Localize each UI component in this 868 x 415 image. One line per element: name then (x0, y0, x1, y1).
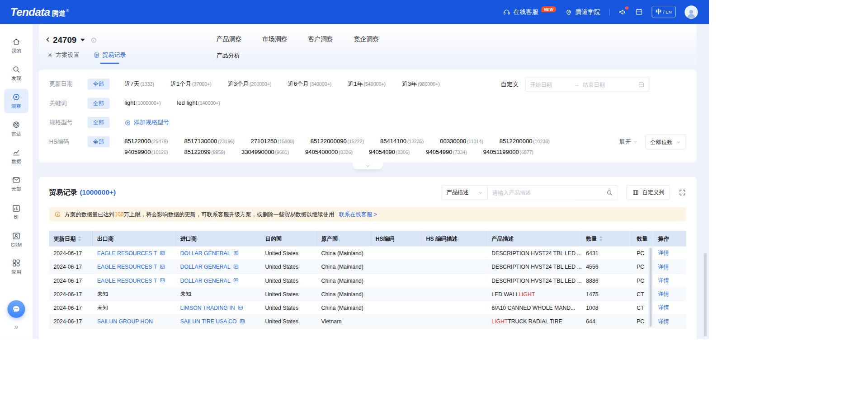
contact-service-link[interactable]: 联系在线客服 > (339, 211, 377, 218)
detail-link[interactable]: 详情 (658, 304, 670, 311)
company-profile-icon[interactable] (160, 277, 165, 283)
custom-columns-button[interactable]: 自定义列 (627, 185, 670, 200)
tab-product-analysis[interactable]: 产品分析 (217, 52, 240, 60)
hs-code-option[interactable]: 94059900(10120) (124, 149, 168, 156)
company-profile-icon[interactable] (160, 264, 165, 270)
hs-code-option[interactable]: 94054090(8306) (369, 149, 410, 156)
user-avatar[interactable] (684, 5, 698, 19)
company-profile-icon[interactable] (233, 250, 239, 256)
sort-icon[interactable] (78, 236, 81, 241)
date-range-picker[interactable]: → (525, 77, 649, 92)
exporter-link[interactable]: SAILUN GROUP HON (97, 318, 153, 324)
company-profile-icon[interactable] (233, 264, 239, 270)
detail-link[interactable]: 详情 (658, 277, 670, 284)
sidebar-item-data[interactable]: 数据 (4, 144, 28, 168)
workbench-button[interactable] (635, 8, 643, 16)
add-spec-button[interactable]: 添加规格型号 (124, 116, 169, 127)
hs-code-option[interactable]: 85122000090(15222) (311, 138, 364, 145)
hs-code-option[interactable]: 8517130000(23196) (184, 138, 235, 145)
tendata-logo[interactable]: Tendata 腾道 ® (10, 6, 69, 19)
sort-icon[interactable] (599, 236, 603, 241)
detail-link[interactable]: 详情 (658, 263, 670, 270)
hs-code-option[interactable]: 85122099(9959) (184, 149, 225, 156)
plan-id[interactable]: 24709 (53, 35, 76, 45)
sidebar-item-apps[interactable]: 应用 (4, 255, 28, 279)
tab-customer-insight[interactable]: 客户洞察 (308, 35, 333, 44)
sidebar-item-mine[interactable]: 我的 (4, 33, 28, 58)
hs-code-option[interactable]: 8512200000(10238) (500, 138, 550, 145)
filter-option-1m[interactable]: 近1个月(37000+) (170, 80, 212, 88)
company-profile-icon[interactable] (237, 305, 243, 311)
sidebar-item-radar[interactable]: 雷达 (4, 117, 28, 141)
detail-link[interactable]: 详情 (658, 290, 670, 298)
col-header-qty[interactable]: 数量 (581, 231, 632, 246)
filter-all-pill[interactable]: 全部 (88, 117, 110, 128)
importer-link[interactable]: LIMSON TRADING IN (180, 304, 235, 311)
calendar-icon[interactable] (638, 81, 644, 88)
company-profile-icon[interactable] (239, 318, 245, 324)
filter-option-led-light[interactable]: led light(140000+) (177, 100, 220, 107)
hs-code-option[interactable]: 94054990(7334) (426, 149, 467, 156)
filter-option-3y[interactable]: 近3年(980000+) (402, 80, 440, 88)
sidebar-item-insight[interactable]: 洞察 (4, 89, 28, 113)
hs-code-option[interactable]: 85122000(25479) (124, 138, 168, 145)
digits-filter-button[interactable]: 全部位数 (645, 135, 686, 149)
sidebar-expand-arrow[interactable]: » (14, 322, 19, 330)
start-date-input[interactable] (530, 81, 570, 88)
importer-link[interactable]: DOLLAR GENERAL (180, 277, 231, 284)
filter-option-1y[interactable]: 近1年(540000+) (348, 80, 386, 88)
tab-plan-settings[interactable]: 方案设置 (47, 51, 80, 64)
records-count[interactable]: (1000000+) (80, 188, 116, 196)
detail-link[interactable]: 详情 (658, 250, 670, 257)
sidebar-item-mail[interactable]: 云邮 (4, 172, 28, 196)
search-field-select[interactable]: 产品描述 (442, 185, 488, 200)
importer-link[interactable]: DOLLAR GENERAL (180, 250, 231, 256)
filter-option-3m[interactable]: 近3个月(200000+) (228, 80, 272, 88)
fullscreen-icon[interactable] (679, 189, 686, 196)
hs-code-option[interactable]: 27101250(15808) (250, 138, 294, 145)
sidebar-item-bi[interactable]: BI (4, 200, 28, 224)
expand-toggle[interactable]: 展开 (619, 135, 638, 146)
hs-code-option[interactable]: 94051199000(6877) (483, 149, 533, 156)
sidebar-item-crm[interactable]: CRM (4, 227, 28, 252)
hs-code-option[interactable]: 85414100(13235) (380, 138, 424, 145)
info-icon[interactable] (90, 37, 97, 43)
hs-code-option[interactable]: 00330000(11014) (440, 138, 483, 145)
tab-trade-records[interactable]: 贸易记录 (94, 51, 126, 64)
hs-code-option[interactable]: 3304990000(9681) (241, 149, 289, 156)
exporter-link[interactable]: EAGLE RESOURCES T (97, 264, 157, 270)
exporter-link[interactable]: EAGLE RESOURCES T (97, 250, 157, 256)
tab-product-insight[interactable]: 产品洞察 (217, 35, 242, 44)
hs-code-option[interactable]: 9405400000(8326) (305, 149, 353, 156)
table-scrollbar-track[interactable] (648, 231, 653, 246)
search-icon[interactable] (606, 189, 613, 196)
filter-all-pill[interactable]: 全部 (88, 79, 110, 90)
end-date-input[interactable] (583, 81, 623, 88)
filter-all-pill[interactable]: 全部 (88, 136, 110, 147)
academy-button[interactable]: 腾道学院 (565, 8, 600, 16)
importer-link[interactable]: DOLLAR GENERAL (180, 264, 231, 270)
company-profile-icon[interactable] (233, 277, 239, 283)
back-button[interactable]: ‹ (46, 34, 50, 44)
language-toggle[interactable]: 中 / EN (651, 6, 675, 18)
col-header-update-date[interactable]: 更新日期 (49, 231, 93, 246)
detail-link[interactable]: 详情 (658, 318, 670, 325)
customer-service-button[interactable] (7, 300, 25, 318)
importer-link[interactable]: SAILUN TIRE USA CO (180, 318, 237, 324)
product-search-input[interactable] (492, 189, 606, 196)
filter-all-pill[interactable]: 全部 (88, 98, 110, 109)
custom-date-label[interactable]: 自定义 (501, 80, 519, 88)
filter-option-6m[interactable]: 近6个月(340000+) (288, 80, 332, 88)
filter-option-7d[interactable]: 近7天(1333) (124, 80, 154, 88)
feedback-button[interactable] (618, 8, 626, 16)
table-scrollbar-thumb[interactable] (650, 248, 652, 327)
company-profile-icon[interactable] (160, 250, 165, 256)
exporter-link[interactable]: EAGLE RESOURCES T (97, 277, 157, 284)
tab-market-insight[interactable]: 市场洞察 (262, 35, 288, 44)
online-service-button[interactable]: 在线客服 NEW (503, 8, 556, 16)
page-scrollbar-thumb[interactable] (704, 253, 707, 336)
tab-competitor-insight[interactable]: 竞企洞察 (354, 35, 379, 44)
sidebar-item-discover[interactable]: 发现 (4, 61, 28, 86)
filter-option-light[interactable]: light(1000000+) (124, 100, 160, 107)
filter-collapse-tab[interactable] (353, 162, 383, 169)
